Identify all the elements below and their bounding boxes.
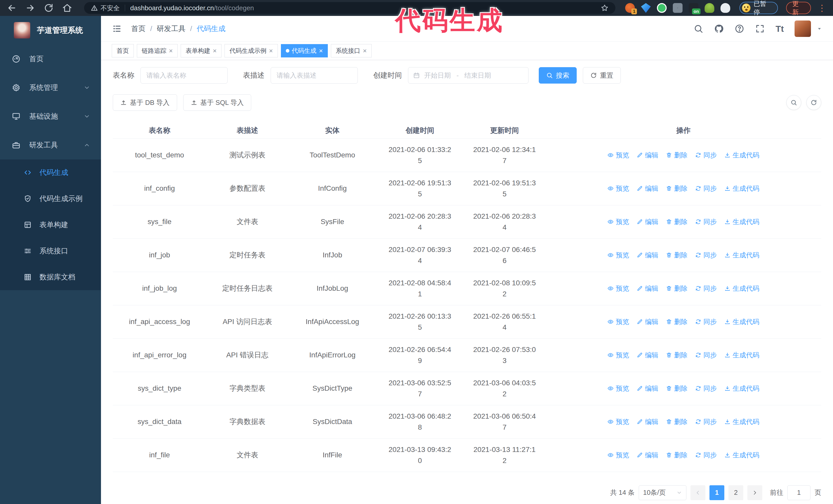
edit-action-link[interactable]: 编辑 (637, 351, 658, 360)
extension-icon-2[interactable] (641, 3, 651, 13)
sidebar-item-infra[interactable]: 基础设施 (0, 102, 101, 131)
edit-action-link[interactable]: 编辑 (637, 151, 658, 160)
browser-back-icon[interactable] (7, 3, 17, 13)
sidebar-item-form-builder[interactable]: 表单构建 (0, 212, 101, 238)
extension-icon-6[interactable] (705, 3, 714, 13)
delete-action-link[interactable]: 删除 (666, 217, 687, 226)
import-sql-button[interactable]: 基于 SQL 导入 (183, 94, 252, 111)
generate-code-action-link[interactable]: 生成代码 (724, 317, 759, 326)
generate-code-action-link[interactable]: 生成代码 (724, 451, 759, 460)
tab-codegen-example[interactable]: 代码生成示例× (224, 44, 278, 57)
edit-action-link[interactable]: 编辑 (637, 251, 658, 260)
page-button-2[interactable]: 2 (729, 485, 743, 500)
generate-code-action-link[interactable]: 生成代码 (724, 417, 759, 426)
browser-forward-icon[interactable] (25, 3, 35, 13)
breadcrumb-item-home[interactable]: 首页 (131, 24, 146, 33)
sync-action-link[interactable]: 同步 (695, 184, 717, 193)
browser-reload-icon[interactable] (44, 3, 54, 13)
delete-action-link[interactable]: 删除 (666, 284, 687, 293)
extension-icon-3[interactable] (657, 3, 667, 13)
sync-action-link[interactable]: 同步 (695, 417, 717, 426)
edit-action-link[interactable]: 编辑 (637, 384, 658, 393)
generate-code-action-link[interactable]: 生成代码 (724, 384, 759, 393)
edit-action-link[interactable]: 编辑 (637, 184, 658, 193)
extension-icon-1[interactable]: 1 (625, 3, 635, 13)
delete-action-link[interactable]: 删除 (666, 451, 687, 460)
delete-action-link[interactable]: 删除 (666, 251, 687, 260)
table-desc-input[interactable] (271, 67, 358, 83)
preview-action-link[interactable]: 预览 (608, 184, 629, 193)
extension-icon-4[interactable] (673, 3, 683, 13)
delete-action-link[interactable]: 删除 (666, 384, 687, 393)
refresh-table-button[interactable] (806, 95, 821, 110)
edit-action-link[interactable]: 编辑 (637, 284, 658, 293)
date-range-picker[interactable]: 开始日期 - 结束日期 (408, 67, 528, 83)
hamburger-icon[interactable] (112, 24, 122, 34)
app-logo[interactable]: 芋道管理系统 (0, 16, 101, 45)
sidebar-item-codegen[interactable]: 代码生成 (0, 160, 101, 186)
security-warning[interactable]: 不安全 (91, 4, 120, 12)
tab-system-api[interactable]: 系统接口× (331, 44, 372, 57)
preview-action-link[interactable]: 预览 (608, 417, 629, 426)
preview-action-link[interactable]: 预览 (608, 251, 629, 260)
preview-action-link[interactable]: 预览 (608, 384, 629, 393)
breadcrumb-item-devtools[interactable]: 研发工具 (157, 24, 186, 33)
tab-close-icon[interactable]: × (319, 47, 323, 54)
edit-action-link[interactable]: 编辑 (637, 217, 658, 226)
sidebar-item-system[interactable]: 系统管理 (0, 73, 101, 102)
toggle-search-button[interactable] (786, 95, 801, 110)
font-size-icon[interactable]: Tt (776, 24, 784, 33)
prev-page-button[interactable] (690, 485, 705, 500)
user-avatar[interactable] (794, 21, 811, 37)
sync-action-link[interactable]: 同步 (695, 351, 717, 360)
address-bar[interactable]: 不安全 dashboard.yudao.iocoder.cn/tool/code… (84, 2, 615, 14)
preview-action-link[interactable]: 预览 (608, 351, 629, 360)
help-icon[interactable] (735, 24, 744, 33)
github-icon[interactable] (714, 24, 724, 33)
delete-action-link[interactable]: 删除 (666, 351, 687, 360)
tab-home[interactable]: 首页 (112, 44, 134, 57)
avatar-caret-down-icon[interactable] (816, 26, 822, 31)
browser-menu-icon[interactable]: ⋮ (818, 4, 826, 12)
delete-action-link[interactable]: 删除 (666, 184, 687, 193)
page-size-select[interactable]: 10条/页 (639, 485, 686, 500)
browser-update-button[interactable]: 更新 (786, 2, 811, 14)
extension-icon-5[interactable]: on (689, 3, 698, 13)
search-button[interactable]: 搜索 (539, 67, 577, 83)
table-name-input[interactable] (140, 67, 228, 83)
sync-action-link[interactable]: 同步 (695, 384, 717, 393)
sync-action-link[interactable]: 同步 (695, 251, 717, 260)
extension-icon-7[interactable] (720, 3, 730, 13)
generate-code-action-link[interactable]: 生成代码 (724, 351, 759, 360)
next-page-button[interactable] (747, 485, 762, 500)
generate-code-action-link[interactable]: 生成代码 (724, 251, 759, 260)
sidebar-item-home[interactable]: 首页 (0, 45, 101, 73)
delete-action-link[interactable]: 删除 (666, 417, 687, 426)
sidebar-item-db-docs[interactable]: 数据库文档 (0, 264, 101, 290)
page-button-1[interactable]: 1 (710, 485, 724, 500)
tab-close-icon[interactable]: × (363, 47, 367, 54)
header-search-icon[interactable] (694, 24, 703, 33)
tab-close-icon[interactable]: × (169, 47, 173, 54)
sidebar-item-codegen-example[interactable]: 代码生成示例 (0, 186, 101, 212)
preview-action-link[interactable]: 预览 (608, 284, 629, 293)
sidebar-item-system-api[interactable]: 系统接口 (0, 238, 101, 264)
tab-tracing[interactable]: 链路追踪× (137, 44, 177, 57)
sync-action-link[interactable]: 同步 (695, 151, 717, 160)
tab-close-icon[interactable]: × (213, 47, 217, 54)
sync-action-link[interactable]: 同步 (695, 284, 717, 293)
delete-action-link[interactable]: 删除 (666, 151, 687, 160)
browser-home-icon[interactable] (62, 3, 72, 13)
delete-action-link[interactable]: 删除 (666, 317, 687, 326)
edit-action-link[interactable]: 编辑 (637, 317, 658, 326)
preview-action-link[interactable]: 预览 (608, 217, 629, 226)
preview-action-link[interactable]: 预览 (608, 151, 629, 160)
generate-code-action-link[interactable]: 生成代码 (724, 151, 759, 160)
tab-codegen[interactable]: 代码生成× (281, 44, 328, 57)
reset-button[interactable]: 重置 (583, 67, 621, 83)
sync-action-link[interactable]: 同步 (695, 217, 717, 226)
edit-action-link[interactable]: 编辑 (637, 451, 658, 460)
import-db-button[interactable]: 基于 DB 导入 (113, 94, 177, 111)
sidebar-item-devtools[interactable]: 研发工具 (0, 131, 101, 160)
generate-code-action-link[interactable]: 生成代码 (724, 184, 759, 193)
